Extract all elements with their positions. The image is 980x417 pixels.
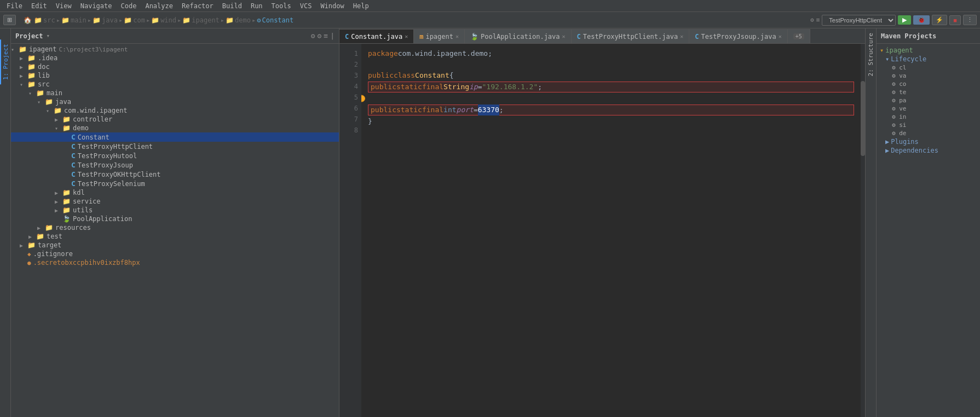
maven-root[interactable]: ▾ ipagent (877, 46, 980, 55)
maven-plugins-section[interactable]: ▶ Plugins (877, 137, 980, 146)
menu-refactor[interactable]: Refactor (177, 1, 218, 11)
menu-tools[interactable]: Tools (267, 1, 296, 11)
tree-lib[interactable]: ▶ 📁 lib (11, 71, 339, 80)
menu-build[interactable]: Build (218, 1, 246, 11)
tree-doc[interactable]: ▶ 📁 doc (11, 62, 339, 71)
code-line-3: public class Constant { (368, 70, 854, 81)
tab-test2-close[interactable]: ✕ (779, 33, 782, 39)
tab-more[interactable]: +5 (788, 29, 810, 43)
menu-vcs[interactable]: VCS (296, 1, 316, 11)
breadcrumb-constant[interactable]: ⚙ (257, 16, 261, 24)
menu-code[interactable]: Code (117, 1, 141, 11)
menu-edit[interactable]: Edit (27, 1, 51, 11)
breadcrumb-ipagent[interactable]: 🏠 (24, 16, 32, 24)
toolbar-layout-btn[interactable]: ⊞ (3, 15, 16, 25)
settings2-icon[interactable]: ⚙ (318, 32, 322, 40)
scroll-indicator[interactable] (861, 44, 865, 417)
tree-testproxyokhttpclient[interactable]: ▶ C TestProxyOKHttpClient (11, 170, 339, 179)
tree-com-wind[interactable]: ▾ 📁 com.wind.ipagent (11, 106, 339, 115)
panel-dropdown[interactable]: ▾ (47, 32, 50, 39)
stop-button[interactable]: ■ (949, 15, 961, 25)
tree-constant[interactable]: ▶ C Constant (11, 132, 339, 142)
tree-poolapplication[interactable]: ▶ 🍃 PoolApplication (11, 215, 339, 223)
code-content[interactable]: package com.wind.ipagent.demo; public cl… (361, 44, 861, 417)
breadcrumb-main[interactable]: 📁 (61, 16, 70, 24)
maven-cl[interactable]: ⚙ cl (877, 63, 980, 72)
debug-button[interactable]: 🐞 (913, 15, 930, 25)
tree-src[interactable]: ▾ 📁 src (11, 80, 339, 89)
breadcrumb-constant-label[interactable]: Constant (262, 16, 293, 24)
secret-label: .secretobxccpbihv0ixzbf8hpx (33, 259, 140, 267)
menu-analyze[interactable]: Analyze (141, 1, 177, 11)
tree-testproxyhttpclient[interactable]: ▶ C TestProxyHttpClient (11, 142, 339, 151)
tree-controller[interactable]: ▶ 📁 controller (11, 115, 339, 124)
tab-constant-close[interactable]: ✕ (405, 33, 408, 39)
breadcrumb-com[interactable]: 📁 (124, 16, 132, 24)
maven-va[interactable]: ⚙ va (877, 72, 980, 80)
tab-ipagent-close[interactable]: ✕ (456, 33, 459, 39)
menu-run[interactable]: Run (246, 1, 267, 11)
tab-testproxyjsoup[interactable]: C TestProxyJsoup.java ✕ (689, 29, 788, 43)
java-label: java (55, 98, 71, 106)
menu-help[interactable]: Help (349, 1, 373, 11)
structure-tab-label[interactable]: 2: Structure (866, 28, 875, 80)
test5-class-icon: C (71, 179, 76, 188)
gear-icon[interactable]: ⚙ (311, 32, 315, 40)
lib-label: lib (38, 72, 50, 79)
more-actions-button[interactable]: ⋮ (963, 15, 977, 25)
breadcrumb-demo[interactable]: 📁 (226, 16, 234, 24)
com-folder-icon: 📁 (54, 107, 62, 114)
run-button[interactable]: ▶ (898, 15, 911, 25)
tree-java[interactable]: ▾ 📁 java (11, 97, 339, 106)
tree-resources[interactable]: ▶ 📁 resources (11, 223, 339, 232)
test5-label: TestProxySelenium (78, 180, 145, 188)
maven-pa[interactable]: ⚙ pa (877, 96, 980, 105)
breadcrumb-src[interactable]: 📁 (34, 16, 42, 24)
tree-testproxyjsoup[interactable]: ▶ C TestProxyJsoup (11, 160, 339, 170)
maven-de[interactable]: ⚙ de (877, 129, 980, 137)
tree-main[interactable]: ▾ 📁 main (11, 89, 339, 97)
maven-co[interactable]: ⚙ co (877, 80, 980, 88)
breadcrumb-wind[interactable]: 📁 (151, 16, 159, 24)
filter-icon[interactable]: ≡ (324, 32, 328, 40)
maven-lifecycle-section[interactable]: ▾ Lifecycle (877, 55, 980, 63)
menu-view[interactable]: View (51, 1, 76, 11)
tab-ipagent[interactable]: m ipagent ✕ (414, 29, 465, 43)
tree-target[interactable]: ▶ 📁 target (11, 241, 339, 250)
maven-ve[interactable]: ⚙ ve (877, 105, 980, 113)
breadcrumb-ipagent2[interactable]: 📁 (182, 16, 191, 24)
tree-testproxyhutool[interactable]: ▶ C TestProxyHutool (11, 151, 339, 160)
tree-demo[interactable]: ▾ 📁 demo (11, 124, 339, 132)
tree-gitignore[interactable]: ▶ ◆ .gitignore (11, 250, 339, 258)
maven-dependencies-section[interactable]: ▶ Dependencies (877, 146, 980, 155)
tree-secretobx[interactable]: ▶ ● .secretobxccpbihv0ixzbf8hpx (11, 258, 339, 267)
collapse-icon[interactable]: | (330, 32, 335, 40)
menu-window[interactable]: Window (316, 1, 348, 11)
tree-root[interactable]: ▾ 📁 ipagent C:\project3\ipagent (11, 45, 339, 54)
menu-file[interactable]: File (2, 1, 27, 11)
tree-idea[interactable]: ▶ 📁 .idea (11, 54, 339, 62)
maven-plugins-icon: ▶ (885, 138, 889, 146)
breadcrumb-java[interactable]: 📁 (93, 16, 101, 24)
tab-test1-icon: C (577, 33, 581, 40)
run-config-select[interactable]: TestProxyHttpClient (822, 15, 896, 26)
tab-test1-close[interactable]: ✕ (680, 33, 683, 39)
tree-service[interactable]: ▶ 📁 service (11, 197, 339, 206)
doc-label: doc (38, 63, 50, 71)
tab-testproxyhttpclient[interactable]: C TestProxyHttpClient.java ✕ (572, 29, 690, 43)
controller-folder-icon: 📁 (62, 115, 71, 123)
tab-pool-close[interactable]: ✕ (562, 33, 566, 39)
project-tab-label[interactable]: 1: Project (0, 39, 10, 84)
maven-te[interactable]: ⚙ te (877, 88, 980, 96)
tree-utils[interactable]: ▶ 📁 utils (11, 206, 339, 215)
maven-si[interactable]: ⚙ si (877, 121, 980, 129)
tree-test[interactable]: ▶ 📁 test (11, 232, 339, 241)
maven-in[interactable]: ⚙ in (877, 113, 980, 121)
profile-button[interactable]: ⚡ (932, 15, 947, 25)
tab-constant[interactable]: C Constant.java ✕ (339, 29, 414, 43)
tab-poolapp[interactable]: 🍃 PoolApplication.java ✕ (465, 29, 572, 43)
tree-kdl[interactable]: ▶ 📁 kdl (11, 188, 339, 197)
root-folder-icon: 📁 (19, 45, 27, 53)
menu-navigate[interactable]: Navigate (76, 1, 117, 11)
tree-testproxyselenium[interactable]: ▶ C TestProxySelenium (11, 179, 339, 188)
